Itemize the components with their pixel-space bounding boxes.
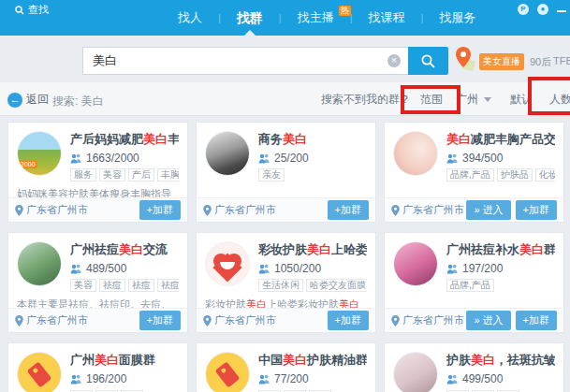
group-title: 护肤美白，祛斑抗皱 xyxy=(446,352,555,369)
group-location: 广东省广州市 xyxy=(26,313,88,327)
group-avatar xyxy=(393,131,438,176)
group-card[interactable]: 2000 产后妈妈减肥美白丰胸 1663/2000 服务美容产后丰胸面膜… 妈妈… xyxy=(7,122,188,223)
enter-button[interactable]: » 进入 xyxy=(466,200,510,220)
minimize-button[interactable] xyxy=(557,10,566,12)
tag-list: 服务美容产后丰胸面膜… xyxy=(70,168,179,181)
member-count: 489/500 xyxy=(86,262,126,275)
group-tag: 护肤品 xyxy=(497,168,533,181)
region-dropdown[interactable]: 广州 xyxy=(456,92,491,108)
back-button[interactable]: ← 返回 xyxy=(7,92,49,108)
group-title: 商务美白 xyxy=(258,131,367,148)
group-tag: 祛痘 xyxy=(128,279,154,292)
location-pin-icon xyxy=(15,315,23,327)
heart-logo-icon xyxy=(213,254,241,278)
tag-list: 亲友 xyxy=(258,168,367,181)
window-controls: P ● xyxy=(518,4,566,15)
card-body: 护肤美白，祛斑抗皱 499/500 xyxy=(385,343,563,392)
group-title: 彩妆护肤美白上哈娄 xyxy=(258,241,367,258)
group-avatar xyxy=(393,352,438,392)
hot-search-word[interactable]: TFBOY xyxy=(553,55,570,66)
member-count-row: 197/200 xyxy=(446,262,555,275)
window-title: 查找 xyxy=(15,3,49,17)
member-count: 25/200 xyxy=(274,152,309,165)
group-title: 广州美白面膜群 xyxy=(70,352,179,369)
cant-find-group-link[interactable]: 搜索不到我的群？ xyxy=(321,92,411,108)
join-button[interactable]: +加群 xyxy=(516,311,557,330)
card-body: 商务美白 25/200 亲友 xyxy=(197,123,375,181)
group-card[interactable]: 中国美白护肤精油群 77/200 xyxy=(196,342,376,392)
skin-icon[interactable]: P xyxy=(518,4,529,15)
member-count: 1050/200 xyxy=(274,262,321,275)
group-tag: 品牌,产品 xyxy=(446,168,494,181)
group-location-row: 广东省广州市 xyxy=(391,313,466,327)
group-card[interactable]: 广州祛痘补水美白群 197/200 品牌,产品 广东省广州市 » 进入 +加群 xyxy=(384,232,564,333)
group-avatar xyxy=(393,241,438,286)
group-title: 广州祛痘美白交流 xyxy=(70,241,179,258)
tab-find-streamers[interactable]: 找主播热 xyxy=(286,0,345,36)
search-input[interactable] xyxy=(82,47,408,75)
member-count: 197/200 xyxy=(462,262,503,275)
member-count-row: 1663/2000 xyxy=(70,152,179,165)
group-card[interactable]: 广州美白面膜群 196/200 xyxy=(7,342,188,392)
members-icon xyxy=(258,153,270,164)
group-tag: 产后 xyxy=(128,168,154,181)
tab-find-people[interactable]: 找人 xyxy=(167,0,213,36)
members-icon xyxy=(446,264,459,274)
group-avatar xyxy=(205,352,250,392)
hot-search-word[interactable]: 90后 xyxy=(530,55,551,69)
group-title: 中国美白护肤精油群 xyxy=(258,352,367,369)
group-card[interactable]: 彩妆护肤美白上哈娄 1050/200 生活休闲哈娄交友面膜哈娄星… 彩妆护肤美白… xyxy=(196,232,376,333)
chevron-down-icon xyxy=(484,97,491,102)
current-query-label: 搜索: 美白 xyxy=(52,94,104,109)
search-button[interactable] xyxy=(408,47,448,75)
settings-icon[interactable]: ● xyxy=(537,4,548,15)
join-button[interactable]: +加群 xyxy=(328,311,369,330)
group-tag: 哈娄交友面膜 xyxy=(306,279,367,292)
group-location-row: 广东省广州市 xyxy=(15,313,139,327)
group-location-row: 广东省广州市 xyxy=(391,203,466,217)
group-location: 广东省广州市 xyxy=(402,203,464,217)
card-footer: 广东省广州市 » 进入 +加群 xyxy=(385,197,563,222)
card-body: 广州美白面膜群 196/200 xyxy=(8,343,187,392)
group-card[interactable]: 美白减肥丰胸产品交流 394/500 品牌,产品护肤品化妆品香水… 广东省广州市… xyxy=(384,122,564,223)
members-icon xyxy=(70,153,82,164)
join-button[interactable]: +加群 xyxy=(328,200,369,220)
members-icon xyxy=(446,153,459,164)
group-avatar xyxy=(17,352,62,392)
group-tag: 亲友 xyxy=(258,168,285,181)
group-avatar xyxy=(205,131,250,176)
tab-find-courses[interactable]: 找课程 xyxy=(358,0,417,36)
hot-search-badge[interactable]: 美女直播 xyxy=(479,53,524,70)
join-button[interactable]: +加群 xyxy=(139,311,181,330)
join-button[interactable]: +加群 xyxy=(139,200,181,220)
search-section: × 美女直播 90后 TFBOY xyxy=(0,47,570,75)
member-count-row: 196/200 xyxy=(70,372,179,385)
group-tag: 美容 xyxy=(99,168,125,181)
group-card[interactable]: 护肤美白，祛斑抗皱 499/500 xyxy=(384,342,564,392)
magnifier-icon xyxy=(420,53,436,69)
group-card[interactable]: 广州祛痘美白交流 489/500 美容祛痘祛痘祛痘祛痘… 本群主要是祛痘、祛痘印… xyxy=(7,232,188,333)
tab-separator: | xyxy=(417,12,429,23)
results-toolbar: ← 返回 搜索: 美白 搜索不到我的群？ 范围 广州 默认 人数 活跃度 xyxy=(0,82,570,116)
location-pin-icon xyxy=(391,205,400,216)
join-button[interactable]: +加群 xyxy=(516,200,557,220)
card-body: 广州祛痘补水美白群 197/200 品牌,产品 xyxy=(385,233,563,292)
member-count: 77/200 xyxy=(274,372,309,385)
nearby-groups-icon[interactable] xyxy=(455,47,475,73)
tab-find-groups[interactable]: 找群 xyxy=(226,0,274,36)
hot-badge-icon: 热 xyxy=(339,6,351,16)
header-bar: 查找 P ● 找人 | 找群 | 找主播热 | 找课程 | 找服务 xyxy=(0,0,570,36)
clear-search-icon[interactable]: × xyxy=(387,54,401,67)
tab-separator: | xyxy=(213,12,226,23)
group-location: 广东省广州市 xyxy=(214,313,276,327)
group-card[interactable]: 商务美白 25/200 亲友 广东省广州市 +加群 xyxy=(196,122,376,223)
tab-find-services[interactable]: 找服务 xyxy=(428,0,487,36)
enter-button[interactable]: » 进入 xyxy=(466,311,510,330)
group-title: 产后妈妈减肥美白丰胸 xyxy=(70,131,179,148)
members-icon xyxy=(70,264,82,274)
members-icon xyxy=(258,264,270,274)
member-count-row: 489/500 xyxy=(70,262,179,275)
group-tag: 品牌,产品 xyxy=(446,279,494,292)
card-body: 美白减肥丰胸产品交流 394/500 品牌,产品护肤品化妆品香水… xyxy=(385,123,563,181)
location-pin-icon xyxy=(203,315,212,327)
